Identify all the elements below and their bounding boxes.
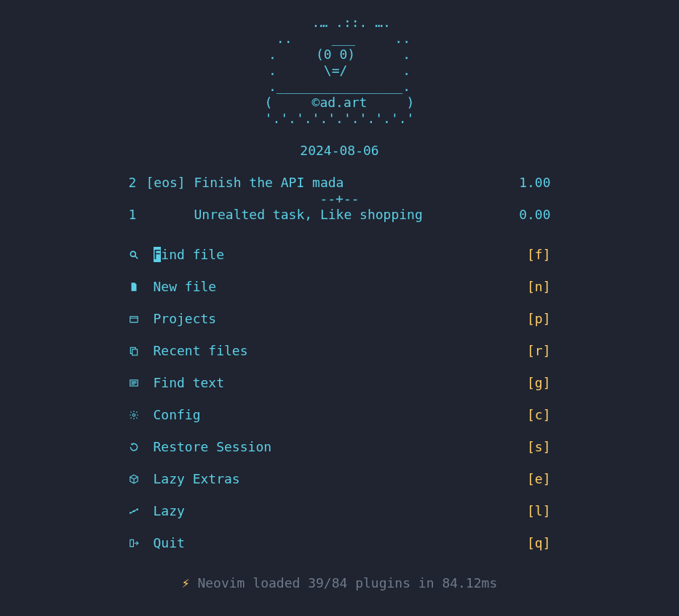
footer-text: Neovim loaded 39/84 plugins in 84.12ms <box>197 575 497 591</box>
svg-point-0 <box>130 251 135 256</box>
svg-point-10 <box>132 414 135 416</box>
svg-rect-2 <box>130 317 138 323</box>
menu-lazy-extras[interactable]: Lazy Extras [e] <box>129 463 551 495</box>
svg-line-18 <box>131 511 132 513</box>
menu-label: Lazy Extras <box>154 471 527 487</box>
task-desc: Finish the API mada <box>194 175 520 191</box>
svg-line-1 <box>135 256 138 259</box>
menu-key: [q] <box>527 535 551 551</box>
menu-label: Projects <box>154 311 527 327</box>
menu-label: Recent files <box>154 343 527 359</box>
menu-label: Config <box>154 407 527 423</box>
menu-recent-files[interactable]: Recent files [r] <box>129 335 551 367</box>
cursor: F <box>154 247 162 262</box>
menu-find-file[interactable]: Find file [f] <box>129 239 551 271</box>
task-desc: Unrealted task, Like shopping <box>194 207 520 223</box>
svg-rect-5 <box>132 350 137 355</box>
svg-line-13 <box>134 477 138 479</box>
task-num: 1 <box>129 207 146 223</box>
menu-projects[interactable]: Projects [p] <box>129 303 551 335</box>
menu-key: [p] <box>527 311 551 327</box>
task-num: 2 <box>129 175 146 191</box>
search-icon <box>129 250 154 260</box>
svg-rect-17 <box>136 509 138 510</box>
task-row: 1 Unrealted task, Like shopping 0.00 <box>129 207 551 223</box>
svg-rect-20 <box>130 540 133 546</box>
task-tag <box>146 207 194 223</box>
svg-rect-16 <box>132 510 134 512</box>
svg-line-19 <box>135 510 136 511</box>
menu-find-text[interactable]: Find text [g] <box>129 367 551 399</box>
task-tag: [eos] <box>146 175 194 191</box>
quit-icon <box>129 538 154 548</box>
menu-key: [n] <box>527 279 551 295</box>
menu-label: Quit <box>154 535 527 551</box>
menu-key: [l] <box>527 503 551 519</box>
task-score: 0.00 <box>519 207 550 223</box>
file-icon <box>129 282 154 292</box>
menu-key: [c] <box>527 407 551 423</box>
menu-label: Restore Session <box>154 439 527 455</box>
menu-label: Lazy <box>154 503 527 519</box>
task-divider: --+-- <box>129 191 551 207</box>
svg-rect-15 <box>130 512 131 513</box>
package-icon <box>129 474 154 484</box>
menu-restore-session[interactable]: Restore Session [s] <box>129 431 551 463</box>
restore-icon <box>129 442 154 452</box>
recent-icon <box>129 346 154 356</box>
menu-quit[interactable]: Quit [q] <box>129 527 551 559</box>
project-icon <box>129 314 154 324</box>
menu-config[interactable]: Config [c] <box>129 399 551 431</box>
footer-status: ⚡ Neovim loaded 39/84 plugins in 84.12ms <box>129 575 551 591</box>
menu-key: [g] <box>527 375 551 391</box>
svg-line-12 <box>130 477 133 479</box>
menu-label: Find file <box>154 247 527 263</box>
gear-icon <box>129 410 154 420</box>
menu-lazy[interactable]: Lazy [l] <box>129 495 551 527</box>
lazy-icon <box>129 506 154 516</box>
menu-key: [e] <box>527 471 551 487</box>
dashboard-menu: Find file [f] New file [n] Projects [p] … <box>129 239 551 559</box>
grep-icon <box>129 378 154 388</box>
bolt-icon: ⚡ <box>182 575 190 591</box>
task-list: 2 [eos] Finish the API mada 1.00 --+-- 1… <box>129 175 551 223</box>
menu-key: [f] <box>527 247 551 263</box>
date: 2024-08-06 <box>129 143 551 159</box>
menu-key: [s] <box>527 439 551 455</box>
menu-key: [r] <box>527 343 551 359</box>
task-row: 2 [eos] Finish the API mada 1.00 <box>129 175 551 191</box>
menu-new-file[interactable]: New file [n] <box>129 271 551 303</box>
menu-label: New file <box>154 279 527 295</box>
task-score: 1.00 <box>519 175 550 191</box>
menu-label: Find text <box>154 375 527 391</box>
ascii-header: .… .::. …. .. ___ .. . (0 0) . . \=/ . .… <box>129 15 551 127</box>
